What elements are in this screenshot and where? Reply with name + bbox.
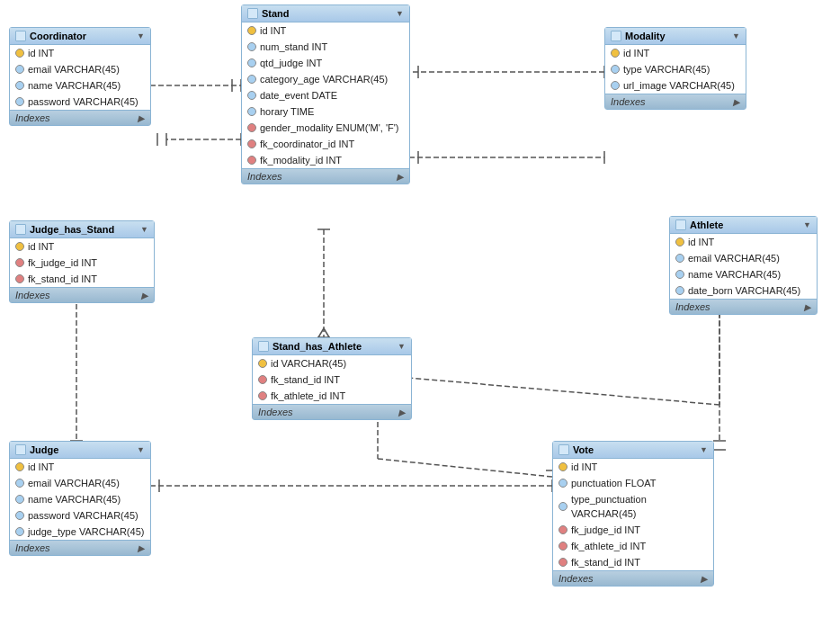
table-title-coordinator: Coordinator <box>30 31 86 41</box>
field-stand-qtd_judge: qtd_judge INT <box>242 55 409 71</box>
fk-icon <box>15 258 24 267</box>
fk-icon <box>247 123 256 132</box>
field-icon <box>559 502 567 511</box>
field-icon <box>15 65 24 74</box>
arrow-icon-coordinator: ▶ <box>138 113 145 123</box>
table-modality: Modality ▼ id INT type VARCHAR(45) url_i… <box>604 27 746 110</box>
table-title-athlete: Athlete <box>690 219 723 230</box>
field-vote-punctuation: punctuation FLOAT <box>553 475 713 491</box>
fk-icon <box>247 139 256 148</box>
field-vote-type_punctuation: type_punctuation VARCHAR(45) <box>553 491 713 522</box>
field-icon <box>15 511 24 520</box>
dropdown-icon-stand[interactable]: ▼ <box>396 9 404 18</box>
table-judge-has-stand: Judge_has_Stand ▼ id INT fk_judge_id INT… <box>9 220 155 303</box>
footer-athlete[interactable]: Indexes ▶ <box>670 299 817 314</box>
table-vote: Vote ▼ id INT punctuation FLOAT type_pun… <box>552 441 714 587</box>
fk-icon <box>559 525 567 534</box>
field-stand-date_event: date_event DATE <box>242 87 409 103</box>
footer-coordinator[interactable]: Indexes ▶ <box>10 110 150 125</box>
dropdown-icon-sha[interactable]: ▼ <box>398 342 406 351</box>
field-sha-id: id VARCHAR(45) <box>253 355 411 372</box>
field-icon <box>675 286 684 295</box>
footer-modality[interactable]: Indexes ▶ <box>605 94 746 109</box>
table-athlete: Athlete ▼ id INT email VARCHAR(45) name … <box>669 216 818 315</box>
field-modality-id: id INT <box>605 45 746 61</box>
table-coordinator: Coordinator ▼ id INT email VARCHAR(45) n… <box>9 27 151 126</box>
table-title-judge-has-stand: Judge_has_Stand <box>30 224 114 235</box>
field-stand-horary: horary TIME <box>242 103 409 120</box>
field-judge-email: email VARCHAR(45) <box>10 475 150 491</box>
footer-vote[interactable]: Indexes ▶ <box>553 570 713 586</box>
field-vote-id: id INT <box>553 459 713 475</box>
table-icon-judge <box>15 444 26 455</box>
field-athlete-name: name VARCHAR(45) <box>670 266 817 282</box>
pk-icon <box>611 49 620 58</box>
field-icon <box>247 58 256 67</box>
table-stand-has-athlete: Stand_has_Athlete ▼ id VARCHAR(45) fk_st… <box>252 337 412 420</box>
fk-icon <box>247 156 256 165</box>
pk-icon <box>258 359 267 368</box>
field-jhs-fk_judge_id: fk_judge_id INT <box>10 255 154 271</box>
arrow-icon-athlete: ▶ <box>804 302 811 312</box>
footer-judge[interactable]: Indexes ▶ <box>10 540 150 555</box>
indexes-label-stand: Indexes <box>247 171 282 182</box>
footer-judge-has-stand[interactable]: Indexes ▶ <box>10 287 154 302</box>
field-icon <box>247 91 256 100</box>
field-stand-fk_coordinator_id: fk_coordinator_id INT <box>242 136 409 152</box>
svg-line-24 <box>324 328 329 337</box>
field-coordinator-id: id INT <box>10 45 150 61</box>
pk-icon <box>675 237 684 246</box>
field-stand-id: id INT <box>242 22 409 39</box>
field-icon <box>15 81 24 90</box>
dropdown-icon-vote[interactable]: ▼ <box>700 445 708 454</box>
field-icon <box>247 75 256 84</box>
dropdown-icon-athlete[interactable]: ▼ <box>803 220 811 229</box>
pk-icon <box>247 26 256 35</box>
fk-icon <box>258 391 267 400</box>
svg-line-23 <box>318 328 324 337</box>
field-icon <box>247 107 256 116</box>
table-title-judge: Judge <box>30 444 58 455</box>
field-icon <box>611 81 620 90</box>
field-vote-fk_stand_id: fk_stand_id INT <box>553 554 713 570</box>
field-judge-password: password VARCHAR(45) <box>10 507 150 524</box>
field-judge-name: name VARCHAR(45) <box>10 491 150 507</box>
table-header-modality: Modality ▼ <box>605 28 746 45</box>
table-icon-vote <box>559 444 569 455</box>
table-icon-modality <box>611 31 621 41</box>
table-stand: Stand ▼ id INT num_stand INT qtd_judge I… <box>241 4 410 184</box>
table-title-modality: Modality <box>625 31 666 41</box>
fk-icon <box>15 274 24 283</box>
footer-stand[interactable]: Indexes ▶ <box>242 168 409 184</box>
indexes-label-vote: Indexes <box>559 573 594 584</box>
dropdown-icon-modality[interactable]: ▼ <box>732 31 740 40</box>
dropdown-icon-coordinator[interactable]: ▼ <box>137 31 145 40</box>
svg-line-38 <box>378 459 552 477</box>
svg-line-26 <box>409 378 719 405</box>
footer-sha[interactable]: Indexes ▶ <box>253 404 411 419</box>
table-title-sha: Stand_has_Athlete <box>273 341 362 352</box>
field-sha-fk_stand_id: fk_stand_id INT <box>253 372 411 388</box>
field-stand-category_age: category_age VARCHAR(45) <box>242 71 409 87</box>
dropdown-icon-judge-has-stand[interactable]: ▼ <box>140 225 148 234</box>
table-judge: Judge ▼ id INT email VARCHAR(45) name VA… <box>9 441 151 556</box>
table-icon-coordinator <box>15 31 26 41</box>
field-icon <box>15 479 24 488</box>
arrow-icon-jhs: ▶ <box>141 291 148 300</box>
field-vote-fk_athlete_id: fk_athlete_id INT <box>553 538 713 554</box>
field-athlete-id: id INT <box>670 234 817 250</box>
pk-icon <box>15 49 24 58</box>
table-header-judge-has-stand: Judge_has_Stand ▼ <box>10 221 154 238</box>
field-sha-fk_athlete_id: fk_athlete_id INT <box>253 388 411 404</box>
dropdown-icon-judge[interactable]: ▼ <box>137 445 145 454</box>
field-stand-fk_modality_id: fk_modality_id INT <box>242 152 409 168</box>
indexes-label-judge: Indexes <box>15 542 50 553</box>
pk-icon <box>559 462 567 471</box>
field-icon <box>611 65 620 74</box>
table-title-stand: Stand <box>262 8 290 19</box>
erd-canvas: Coordinator ▼ id INT email VARCHAR(45) n… <box>0 0 840 627</box>
field-coordinator-email: email VARCHAR(45) <box>10 61 150 77</box>
table-header-athlete: Athlete ▼ <box>670 217 817 234</box>
indexes-label-sha: Indexes <box>258 407 293 417</box>
field-jhs-fk_stand_id: fk_stand_id INT <box>10 271 154 287</box>
